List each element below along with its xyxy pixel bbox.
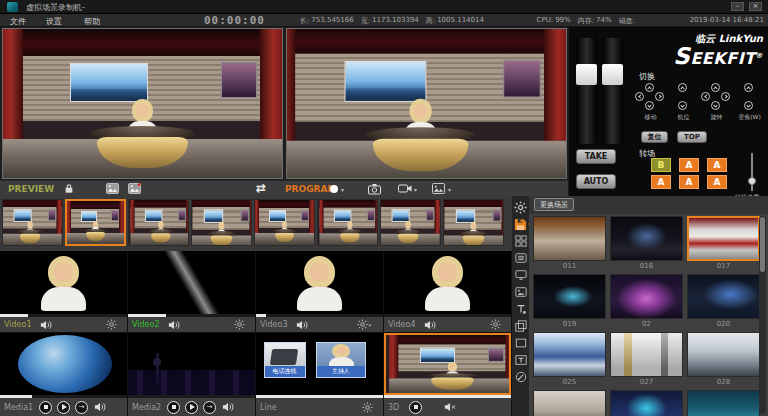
playlist-icon[interactable] (514, 251, 528, 265)
shot-thumbnail[interactable] (128, 199, 189, 246)
frame-icon[interactable] (514, 336, 528, 350)
lock-icon[interactable] (64, 183, 74, 194)
shot-thumbnail[interactable] (191, 199, 252, 246)
transition-a-button[interactable]: A (679, 158, 699, 172)
loop-button[interactable]: → (75, 401, 88, 414)
minimize-button[interactable]: – (731, 2, 744, 11)
auto-button[interactable]: AUTO (576, 174, 616, 189)
layers-icon[interactable] (514, 319, 528, 333)
transition-speed-slider[interactable] (747, 153, 757, 191)
scene-item[interactable]: 028 (687, 332, 760, 388)
slider-thumb[interactable] (748, 177, 756, 185)
zoom-out-button[interactable] (744, 101, 753, 110)
settings-gear-icon[interactable] (514, 200, 528, 214)
source-tile-media1[interactable]: Media1 → (0, 333, 127, 416)
take-button[interactable]: TAKE (576, 149, 616, 164)
swap-preview-program-icon[interactable]: ⇄ (256, 181, 266, 195)
rotate-left-button[interactable] (701, 92, 710, 101)
source-tile-3d[interactable]: 3D (384, 333, 511, 416)
t-bar-handle[interactable] (602, 64, 623, 85)
scene-item[interactable]: 011 (533, 216, 606, 272)
program-monitor[interactable] (286, 28, 567, 179)
shot-thumbnail[interactable] (254, 199, 315, 246)
reset-button[interactable]: 复位 (641, 131, 668, 143)
transition-a-button[interactable]: A (707, 175, 727, 189)
scene-scrollbar[interactable] (759, 216, 766, 414)
shot-thumbnail[interactable] (2, 199, 63, 246)
speaker-icon[interactable] (94, 402, 106, 412)
source-tile-line[interactable]: 电话连线 主持人 Line (256, 333, 383, 416)
change-scene-tab[interactable]: 更换场景 (534, 198, 574, 211)
zoom-in-button[interactable] (744, 83, 753, 92)
speaker-icon[interactable] (296, 320, 308, 330)
picture-output-icon[interactable] (432, 183, 445, 194)
snapshot-image-icon[interactable] (106, 183, 119, 194)
speaker-icon[interactable] (168, 320, 180, 330)
shot-thumbnail[interactable] (443, 199, 504, 246)
scene-item[interactable]: 02 (610, 274, 683, 330)
camera-snapshot-icon[interactable] (368, 183, 381, 195)
muted-speaker-icon[interactable] (444, 402, 456, 412)
camcorder-options-caret-icon[interactable]: ▾ (414, 186, 417, 193)
source-tile-video3[interactable]: Video3 ▾ (256, 251, 383, 332)
menu-file[interactable]: 文件 (10, 16, 26, 27)
scene-item[interactable]: 025 (533, 332, 606, 388)
t-bar-handle[interactable] (576, 64, 597, 85)
camcorder-icon[interactable] (398, 183, 412, 194)
scene-item[interactable]: 027 (610, 332, 683, 388)
scene-item[interactable]: 016 (610, 216, 683, 272)
snapshot-image-alert-icon[interactable] (128, 183, 141, 194)
top-button[interactable]: TOP (677, 131, 707, 143)
display-icon[interactable] (514, 268, 528, 282)
scene-item[interactable] (610, 390, 683, 416)
source-tile-video1[interactable]: Video1 (0, 251, 127, 332)
scene-item[interactable] (687, 390, 760, 416)
layout-grid-icon[interactable] (514, 234, 528, 248)
play-button[interactable] (185, 401, 198, 414)
close-button[interactable]: × (749, 2, 762, 11)
move-left-button[interactable] (635, 92, 644, 101)
transition-b-button[interactable]: B (651, 158, 671, 172)
speaker-icon[interactable] (222, 402, 234, 412)
stop-button[interactable] (167, 401, 180, 414)
rotate-up-button[interactable] (711, 83, 720, 92)
shot-thumbnail[interactable] (317, 199, 378, 246)
media-image-icon[interactable] (514, 285, 528, 299)
record-button[interactable] (330, 185, 338, 193)
scene-item-selected[interactable]: 017 (687, 216, 760, 272)
loop-button[interactable]: → (203, 401, 216, 414)
gear-icon[interactable] (234, 319, 245, 330)
host-thumbnail[interactable]: 主持人 (316, 342, 367, 378)
scene-item[interactable]: 020 (687, 274, 760, 330)
position-up-button[interactable] (678, 83, 687, 92)
play-button[interactable] (57, 401, 70, 414)
scene-item[interactable]: 019 (533, 274, 606, 330)
transition-a-button[interactable]: A (651, 175, 671, 189)
save-icon[interactable] (514, 217, 528, 231)
move-up-button[interactable] (645, 83, 654, 92)
scrollbar-thumb[interactable] (760, 217, 765, 272)
rotate-right-button[interactable] (721, 92, 730, 101)
transition-a-button[interactable]: A (679, 175, 699, 189)
shot-thumbnail-selected[interactable] (65, 199, 126, 246)
preview-monitor[interactable] (2, 28, 283, 179)
source-tile-media2[interactable]: Media2 → (128, 333, 255, 416)
menu-settings[interactable]: 设置 (46, 16, 62, 27)
move-down-button[interactable] (645, 101, 654, 110)
caret-icon[interactable]: ▾ (368, 322, 371, 328)
title-text-icon[interactable] (514, 353, 528, 367)
gear-icon[interactable] (362, 402, 373, 413)
phone-call-thumbnail[interactable]: 电话连线 (264, 342, 306, 378)
source-tile-video2[interactable]: Video2 (128, 251, 255, 332)
transition-a-button[interactable]: A (707, 158, 727, 172)
stop-button[interactable] (409, 401, 422, 414)
menu-help[interactable]: 帮助 (84, 16, 100, 27)
record-options-caret-icon[interactable]: ▾ (341, 186, 344, 193)
stop-button[interactable] (39, 401, 52, 414)
picture-options-caret-icon[interactable]: ▾ (448, 186, 451, 193)
gear-icon[interactable] (490, 319, 501, 330)
rotate-down-button[interactable] (711, 101, 720, 110)
gear-icon[interactable]: ▾ (357, 319, 373, 330)
gear-icon[interactable] (106, 319, 117, 330)
position-down-button[interactable] (678, 101, 687, 110)
